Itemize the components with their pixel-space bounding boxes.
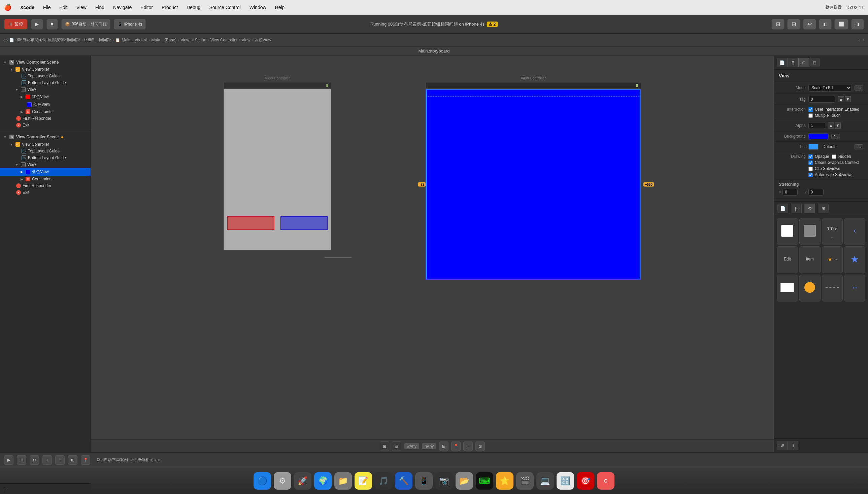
canvas-pin-btn[interactable]: 📍 [451,441,461,451]
nav-item-blue-view2[interactable]: ▶ 蓝色View [0,168,91,176]
editor-version-btn[interactable]: ↩ [803,19,816,30]
dock-icon-finder[interactable]: 🔵 [254,472,271,490]
library-item-white-rect2[interactable] [777,274,798,302]
canvas-issues-btn[interactable]: ⊠ [475,441,485,451]
library-item-yellow-circle[interactable] [799,274,820,302]
nav-item-top-guide1[interactable]: ▭ Top Layout Guide [0,73,91,79]
menu-editor[interactable]: Editor [139,4,154,11]
layout-btn[interactable]: ⊞ [68,455,77,465]
nav-item-view2[interactable]: ▼ ▭ View [0,161,91,168]
clip-subviews-checkbox[interactable] [808,167,813,171]
background-stepper[interactable]: ⌃⌄ [831,134,840,139]
inspector-info-btn[interactable]: ℹ [788,441,798,450]
canvas-constraint-btn[interactable]: ⊟ [439,441,448,451]
step-over-btn[interactable]: ↻ [30,455,39,465]
scene2-main-view[interactable]: -72 +550 [426,89,641,280]
stretch-x-input[interactable] [782,189,798,195]
tint-stepper[interactable]: ⌃⌄ [854,144,863,149]
dock-icon-launchpad[interactable]: 🚀 [294,472,311,490]
library-item-gray-rect[interactable] [799,218,820,245]
breadcrumb-item-1[interactable]: 006自…同间距 [84,37,111,43]
breadcrumb-item-0[interactable]: 006自动布局案例-底部按钮相同间距 [16,37,80,43]
breadcrumb-item-6[interactable]: View [242,38,251,42]
warning-badge[interactable]: ⚠ 2 [486,21,498,27]
menu-source-control[interactable]: Source Control [208,4,242,11]
breadcrumb-next-btn[interactable]: › [863,37,865,42]
nav-item-constraints1[interactable]: ▶ C Constraints [0,108,91,115]
breadcrumb-item-5[interactable]: View Controller [210,38,238,42]
scene1-view[interactable] [224,89,331,250]
menu-product[interactable]: Product [160,4,179,11]
dock-icon-folder[interactable]: 📂 [456,472,473,490]
inspector-file-btn[interactable]: 📄 [777,58,788,67]
alpha-stepper-up[interactable]: ▲ [828,122,834,129]
menu-edit[interactable]: Edit [58,4,69,11]
pause-button[interactable]: ⏸ 暂停 [4,19,27,30]
nav-back-btn[interactable]: ‹ [3,37,5,43]
alpha-stepper-down[interactable]: ▼ [835,122,841,129]
nav-item-vc1[interactable]: ▼ VC View Controller [0,66,91,73]
step-out-btn[interactable]: ↑ [55,455,64,465]
library-brace-btn[interactable]: {} [791,204,802,213]
library-item-arrows[interactable]: ↔ [844,274,865,302]
scene2-header[interactable]: ▼ S View Controller Scene ● [0,132,91,141]
dock-icon-text[interactable]: 🔠 [557,472,574,490]
breadcrumb-item-7[interactable]: 蓝色View [255,37,271,43]
breadcrumb-item-2-text[interactable]: Main....yboard [122,38,147,42]
nav-item-top-guide2[interactable]: ▭ Top Layout Guide [0,148,91,154]
dock-icon-csdn[interactable]: C [597,472,614,490]
scheme-selector[interactable]: 📦 006自动…相同间距 [61,19,110,30]
dock-icon-prefs[interactable]: ⚙ [274,472,291,490]
menu-help[interactable]: Help [274,4,286,11]
utilities-toggle-btn[interactable]: ◨ [851,19,864,30]
nav-item-view1[interactable]: ▼ ▭ View [0,86,91,93]
tag-input[interactable] [808,96,835,103]
dock-icon-music[interactable]: 🎵 [375,472,392,490]
opaque-checkbox[interactable] [808,154,813,159]
library-file-btn[interactable]: 📄 [777,204,788,213]
menu-file[interactable]: File [42,4,52,11]
library-item-edit-btn[interactable]: Edit [777,246,798,273]
library-item-star-blue[interactable]: ★ [844,246,865,273]
library-item-item[interactable]: Item [799,246,820,273]
nav-item-bottom-guide1[interactable]: ▭ Bottom Layout Guide [0,79,91,86]
canvas-layout-btn[interactable]: ▤ [392,441,401,451]
menu-window[interactable]: Window [248,4,268,11]
breadcrumb-item-4[interactable]: View...r Scene [181,38,206,42]
tag-stepper-up[interactable]: ▲ [838,96,844,102]
nav-item-responder2[interactable]: First Responder [0,183,91,189]
stop-button[interactable]: ■ [47,19,58,30]
inspector-history-btn[interactable]: {} [788,58,798,67]
mode-stepper[interactable]: ⌃⌄ [854,86,863,91]
background-color-swatch[interactable] [808,133,829,139]
menu-view[interactable]: View [75,4,88,11]
dock-icon-terminal[interactable]: ⌨ [476,472,493,490]
editor-assistant-btn[interactable]: ⊟ [787,19,800,30]
multiple-touch-checkbox[interactable] [808,113,813,118]
nav-item-red-view1[interactable]: ▶ 红色View [0,93,91,101]
stretch-y-input[interactable] [808,189,824,195]
dock-icon-xcode[interactable]: 🔨 [395,472,412,490]
nav-item-exit1[interactable]: X Exit [0,122,91,129]
nav-item-blue-view1[interactable]: 蓝色View [0,101,91,108]
dock-icon-target[interactable]: 🎯 [577,472,594,490]
autoresize-checkbox[interactable] [808,173,813,177]
nav-item-exit2[interactable]: X Exit [0,189,91,196]
library-circle-btn[interactable]: ⊙ [805,204,815,213]
breadcrumb-item-2[interactable]: 📋 [115,38,120,42]
library-item-title[interactable]: T Title ← [822,218,843,245]
dock-icon-safari[interactable]: 🌍 [314,472,332,490]
user-interaction-checkbox[interactable] [808,107,813,112]
device-selector[interactable]: 📱 iPhone 4s [114,19,146,30]
library-item-white-rect[interactable] [777,218,798,245]
tag-stepper-down[interactable]: ▼ [845,96,851,102]
tint-swatch[interactable] [808,144,818,150]
run-button[interactable]: ▶ [31,19,43,30]
menu-xcode[interactable]: Xcode [19,4,36,11]
dock-icon-simulator[interactable]: 📱 [415,472,433,490]
dock-icon-camera[interactable]: 📷 [435,472,453,490]
menu-navigate[interactable]: Navigate [112,4,133,11]
canvas-fit-btn[interactable]: ⊞ [380,441,389,451]
inspector-size-btn[interactable]: ⊟ [809,58,820,67]
hidden-checkbox[interactable] [832,154,836,159]
